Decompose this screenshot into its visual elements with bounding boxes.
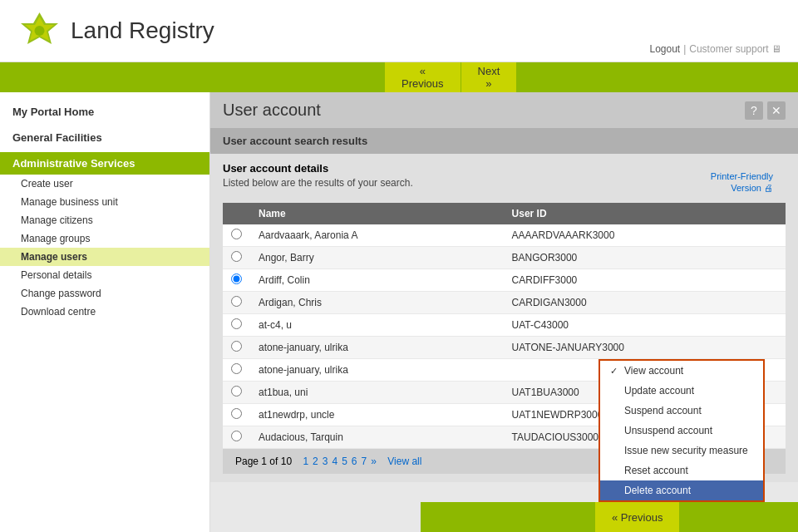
cell-userid: CARDIFF3000 — [504, 268, 786, 291]
page-2[interactable]: 2 — [313, 456, 318, 467]
blank-icon-2 — [610, 406, 620, 416]
cell-userid: CARDIGAN3000 — [504, 291, 786, 313]
header-links: Logout | Customer support 🖥 — [649, 43, 781, 62]
menu-view-account[interactable]: ✓ View account — [600, 361, 763, 381]
page-3[interactable]: 3 — [323, 456, 328, 467]
page-5[interactable]: 5 — [342, 456, 347, 467]
check-icon: ✓ — [610, 366, 620, 377]
cell-name: Angor, Barry — [250, 246, 504, 268]
col-select — [223, 203, 250, 224]
page-6[interactable]: 6 — [352, 456, 357, 467]
row-select-radio[interactable] — [231, 408, 242, 419]
sidebar-item-manage-groups[interactable]: Manage groups — [0, 229, 209, 248]
cell-userid: UATONE-JANUARY3000 — [504, 336, 786, 358]
row-select-radio[interactable] — [231, 363, 242, 374]
bottom-previous-button[interactable]: « Previous — [595, 502, 679, 532]
col-userid-header: User ID — [504, 203, 786, 224]
logo-area: Land Registry — [17, 8, 214, 54]
sidebar-item-download-centre[interactable]: Download centre — [0, 303, 209, 321]
nav-buttons: « Previous Next » — [210, 62, 517, 92]
nav-bar-left — [0, 62, 210, 92]
sidebar-item-personal-details[interactable]: Personal details — [0, 266, 209, 284]
panel-icon-buttons: ? ✕ — [745, 101, 786, 120]
sidebar-item-manage-citizens[interactable]: Manage citizens — [0, 211, 209, 229]
svg-point-2 — [35, 26, 45, 36]
cell-userid: AAAARDVAAARK3000 — [504, 224, 786, 247]
nav-bar-right — [517, 62, 798, 92]
blank-icon-6 — [610, 485, 620, 495]
blank-icon-5 — [610, 466, 620, 475]
bottom-nav: « Previous — [421, 502, 798, 532]
blank-icon-4 — [610, 446, 620, 456]
blank-icon-3 — [610, 426, 620, 436]
panel-header: User account ? ✕ — [210, 92, 798, 128]
menu-unsuspend-account[interactable]: Unsuspend account — [600, 421, 763, 441]
sidebar-heading-admin[interactable]: Administrative Services — [0, 152, 209, 175]
row-select-radio[interactable] — [231, 229, 242, 239]
cell-name: at1newdrp, uncle — [250, 403, 504, 426]
view-all-link[interactable]: View all — [387, 456, 421, 467]
cell-name: at1bua, uni — [250, 381, 504, 403]
table-row: Ardigan, ChrisCARDIGAN3000 — [223, 291, 786, 313]
row-select-radio[interactable] — [231, 273, 242, 284]
row-select-radio[interactable] — [231, 386, 242, 397]
cell-name: atone-january, ulrika — [250, 336, 504, 358]
sidebar-item-create-user[interactable]: Create user — [0, 175, 209, 193]
context-menu: ✓ View account Update account Suspend ac… — [598, 359, 765, 502]
menu-delete-account[interactable]: Delete account — [600, 480, 763, 500]
table-row: Aardvaaark, Aaronia AAAAARDVAAARK3000 — [223, 224, 786, 247]
help-button[interactable]: ? — [745, 101, 763, 120]
row-select-radio[interactable] — [231, 431, 242, 441]
logout-link[interactable]: Logout — [649, 43, 680, 55]
table-row: Angor, BarryBANGOR3000 — [223, 246, 786, 268]
content-area: User account ? ✕ User account search res… — [210, 92, 798, 532]
section-body-info: User account details Listed below are th… — [223, 162, 413, 197]
cell-name: atone-january, ulrika — [250, 358, 504, 381]
previous-button[interactable]: « Previous — [385, 62, 461, 92]
panel-title: User account — [223, 101, 321, 120]
section-body-desc: Listed below are the results of your sea… — [223, 177, 413, 189]
cell-userid: UAT-C43000 — [504, 313, 786, 336]
sidebar-item-manage-business[interactable]: Manage business unit — [0, 193, 209, 211]
menu-issue-security[interactable]: Issue new security measure — [600, 441, 763, 461]
cell-name: Ardiff, Colin — [250, 268, 504, 291]
sidebar-item-change-password[interactable]: Change password — [0, 284, 209, 303]
section-header: User account search results — [210, 128, 798, 154]
sidebar-section-general: General Facilities — [0, 126, 209, 149]
row-select-radio[interactable] — [231, 296, 242, 307]
page-7[interactable]: 7 — [362, 456, 367, 467]
row-select-radio[interactable] — [231, 341, 242, 352]
close-button[interactable]: ✕ — [767, 101, 786, 120]
cell-name: Audacious, Tarquin — [250, 426, 504, 448]
sidebar-item-manage-users[interactable]: Manage users — [0, 248, 209, 266]
page-1[interactable]: 1 — [303, 456, 308, 467]
printer-friendly-link[interactable]: Printer-FriendlyVersion 🖨 — [698, 162, 786, 203]
sidebar-heading-portal[interactable]: My Portal Home — [0, 101, 209, 123]
page-next-next[interactable]: » — [371, 456, 377, 467]
table-row: at-c4, uUAT-C43000 — [223, 313, 786, 336]
menu-suspend-account[interactable]: Suspend account — [600, 401, 763, 421]
page-4[interactable]: 4 — [332, 456, 337, 467]
land-registry-logo — [17, 8, 62, 54]
row-select-radio[interactable] — [231, 318, 242, 329]
table-row: Ardiff, ColinCARDIFF3000 — [223, 268, 786, 291]
cell-userid: BANGOR3000 — [504, 246, 786, 268]
menu-reset-account[interactable]: Reset account — [600, 461, 763, 480]
blank-icon — [610, 386, 620, 396]
cell-name: Aardvaaark, Aaronia A — [250, 224, 504, 247]
page-info: Page 1 of 10 — [235, 456, 292, 467]
sidebar-heading-general[interactable]: General Facilities — [0, 126, 209, 149]
menu-update-account[interactable]: Update account — [600, 381, 763, 401]
nav-bar: « Previous Next » — [0, 62, 798, 92]
main-layout: My Portal Home General Facilities Admini… — [0, 92, 798, 532]
sidebar-section-portal: My Portal Home — [0, 101, 209, 123]
sidebar-section-admin: Administrative Services Create user Mana… — [0, 152, 209, 321]
row-select-radio[interactable] — [231, 251, 242, 262]
header: Land Registry Logout | Customer support … — [0, 0, 798, 62]
cell-name: Ardigan, Chris — [250, 291, 504, 313]
cell-name: at-c4, u — [250, 313, 504, 336]
section-body-title: User account details — [223, 162, 413, 175]
support-link[interactable]: Customer support 🖥 — [689, 43, 781, 55]
next-button[interactable]: Next » — [461, 62, 518, 92]
col-name-header: Name — [250, 203, 504, 224]
